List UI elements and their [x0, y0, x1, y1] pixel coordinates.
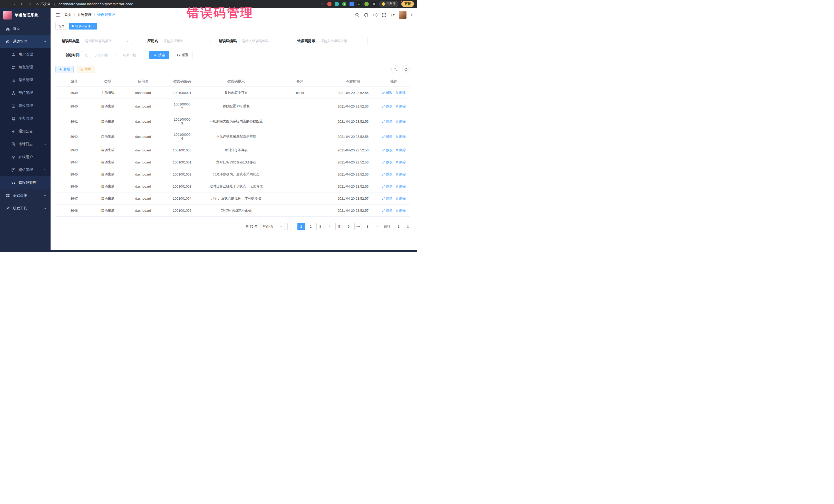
delete-link[interactable]: 删除: [395, 119, 406, 124]
prev-page-icon[interactable]: ‹: [287, 223, 295, 230]
extension-icon-5[interactable]: on: [357, 2, 361, 6]
filter-hint: 错误码提示: [291, 37, 368, 45]
extension-icon-1[interactable]: [327, 2, 332, 6]
edit-link[interactable]: 修改: [382, 160, 393, 165]
sidebar-item-user[interactable]: 用户管理: [0, 48, 50, 61]
fullscreen-icon[interactable]: [382, 13, 386, 17]
edit-link[interactable]: 修改: [382, 104, 393, 109]
error-hint-input[interactable]: [321, 39, 365, 43]
page-button[interactable]: 3: [316, 223, 324, 230]
delete-link[interactable]: 删除: [395, 160, 406, 165]
next-page-icon[interactable]: ›: [374, 223, 381, 230]
delete-link[interactable]: 删除: [395, 148, 406, 152]
tab-item[interactable]: 首页: [56, 23, 67, 29]
add-button[interactable]: 新增: [56, 66, 74, 73]
site-security-chip[interactable]: ⚠ 不安全: [36, 2, 50, 6]
cell-hint: 不允许获取敏感配置到前端: [201, 129, 271, 144]
delete-link[interactable]: 删除: [395, 104, 406, 109]
more-pages-icon[interactable]: •••: [354, 223, 362, 230]
github-icon[interactable]: [364, 13, 369, 18]
sidebar-item-log[interactable]: 审计日志: [0, 138, 50, 151]
cell-type: 自动生成: [93, 114, 123, 129]
tab-item[interactable]: 错误码管理×: [69, 23, 97, 29]
menu-fold-icon[interactable]: [55, 12, 60, 18]
sidebar-item-code[interactable]: 错误码管理: [0, 176, 50, 189]
page-button[interactable]: 6: [345, 223, 352, 230]
sidebar-item-badge[interactable]: 岗位管理: [0, 99, 50, 112]
reload-icon[interactable]: ↻: [20, 2, 25, 6]
help-icon[interactable]: ?: [373, 13, 377, 17]
sidebar-item-gear[interactable]: 系统管理: [0, 35, 50, 48]
delete-link[interactable]: 删除: [395, 90, 406, 95]
page-button[interactable]: 1: [298, 223, 305, 230]
page-button[interactable]: 8: [364, 223, 371, 230]
edit-link[interactable]: 修改: [382, 196, 393, 201]
date-range-picker[interactable]: 开始日期 - 结束日期: [82, 51, 144, 59]
cell-remark: [271, 180, 328, 193]
add-button-label: 新增: [63, 67, 70, 72]
logo-block[interactable]: 芋道管理系统: [0, 8, 50, 22]
sidebar-item-list[interactable]: 菜单管理: [0, 74, 50, 86]
update-button[interactable]: 更新: [401, 1, 414, 7]
delete-link[interactable]: 删除: [395, 172, 406, 177]
sidebar-item-megaphone[interactable]: 通知公告: [0, 125, 50, 138]
sidebar-item-users[interactable]: 角色管理: [0, 61, 50, 74]
refresh-icon[interactable]: [402, 65, 410, 73]
sidebar-item-infra[interactable]: 基础设施: [0, 189, 50, 202]
edit-link[interactable]: 修改: [382, 119, 393, 124]
forward-icon[interactable]: →: [11, 2, 17, 6]
search-icon[interactable]: [355, 13, 359, 17]
cell-hint: 定时任务已经处于该状态，无需修改: [201, 180, 271, 193]
extension-icon-3[interactable]: V: [342, 2, 347, 6]
page-button[interactable]: 5: [335, 223, 343, 230]
home-icon[interactable]: ⌂: [28, 2, 33, 6]
delete-link[interactable]: 删除: [395, 184, 406, 189]
edit-link[interactable]: 修改: [382, 208, 393, 213]
address-url[interactable]: dashboard.yudao.iocoder.cn/system/error-…: [59, 2, 133, 6]
extension-icon-6[interactable]: [365, 2, 369, 6]
tab-close-icon[interactable]: ×: [93, 25, 94, 28]
page-button[interactable]: 4: [326, 223, 333, 230]
paused-badge[interactable]: 已暂停: [379, 1, 398, 7]
breadcrumb-item[interactable]: 系统管理: [77, 13, 92, 17]
chevron-down-icon[interactable]: ▾: [411, 13, 412, 17]
edit-link[interactable]: 修改: [382, 148, 393, 152]
goto-suffix: 页: [407, 224, 410, 229]
edit-link[interactable]: 修改: [382, 90, 393, 95]
error-type-select[interactable]: 请选择错误码类型: [82, 37, 132, 45]
page-size-select[interactable]: 10条/页: [260, 223, 285, 230]
delete-link[interactable]: 删除: [395, 134, 406, 139]
sidebar-item-org[interactable]: 部门管理: [0, 86, 50, 99]
sidebar-item-online[interactable]: 在线用户: [0, 151, 50, 163]
app-name-input[interactable]: [163, 39, 207, 43]
filter-app-label: 应用名: [134, 39, 158, 43]
bookmark-star-icon[interactable]: ☆: [321, 2, 324, 6]
show-search-icon[interactable]: [391, 65, 399, 73]
breadcrumb-item: 错误码管理: [97, 13, 115, 17]
export-button[interactable]: 导出: [77, 66, 95, 73]
sidebar-item-book[interactable]: 字典管理: [0, 112, 50, 125]
edit-link[interactable]: 修改: [382, 184, 393, 189]
extension-icon-2[interactable]: [335, 2, 339, 6]
sidebar-item-tools[interactable]: 研发工具: [0, 202, 50, 215]
reset-button[interactable]: 重置: [173, 51, 193, 59]
avatar[interactable]: [399, 11, 407, 19]
goto-page-input[interactable]: [393, 223, 404, 230]
extensions-puzzle-icon[interactable]: ⚙: [372, 2, 376, 6]
sidebar-item-home[interactable]: 首页: [0, 22, 50, 35]
edit-link[interactable]: 修改: [382, 172, 393, 177]
column-header: 类型: [93, 77, 123, 87]
search-button[interactable]: 搜索: [149, 51, 169, 59]
extension-icon-4[interactable]: [350, 2, 354, 6]
page-button[interactable]: 2: [307, 223, 314, 230]
cell-type: 自动生成: [93, 193, 123, 204]
notification-dot: [400, 0, 403, 2]
delete-link[interactable]: 删除: [395, 196, 406, 201]
error-code-input[interactable]: [242, 39, 286, 43]
font-size-icon[interactable]: TT: [391, 13, 394, 17]
delete-link[interactable]: 删除: [395, 208, 406, 213]
back-icon[interactable]: ←: [3, 2, 8, 6]
edit-link[interactable]: 修改: [382, 134, 393, 139]
breadcrumb-item[interactable]: 首页: [64, 13, 72, 17]
sidebar-item-message[interactable]: 短信管理: [0, 163, 50, 176]
